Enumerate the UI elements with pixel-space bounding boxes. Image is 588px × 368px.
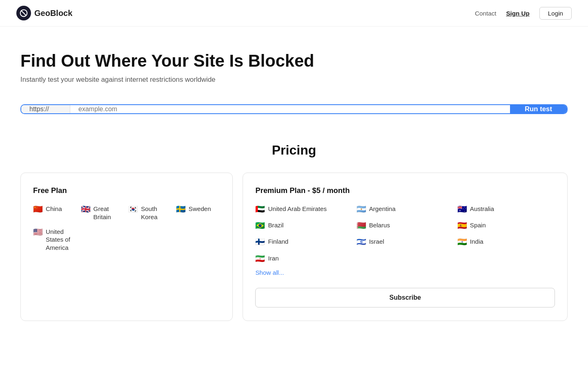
country-name: Argentina (369, 205, 396, 213)
flag-icon: 🇰🇷 (128, 205, 138, 213)
list-item: 🇺🇸United States of America (33, 228, 78, 252)
navbar: GeoBlock Contact Sign Up Login (0, 0, 588, 27)
svg-line-1 (21, 11, 26, 16)
flag-icon: 🇮🇷 (255, 255, 265, 263)
flag-icon: 🇦🇪 (255, 205, 265, 213)
premium-plan-card: Premium Plan - $5 / month 🇦🇪United Arab … (243, 173, 568, 321)
country-name: Finland (268, 238, 288, 246)
flag-icon: 🇺🇸 (33, 228, 43, 236)
flag-icon: 🇬🇧 (81, 205, 91, 213)
hero-title: Find Out Where Your Site Is Blocked (20, 51, 568, 71)
nav-links: Contact Sign Up Login (475, 7, 572, 20)
country-name: India (470, 238, 483, 246)
logo[interactable]: GeoBlock (16, 6, 72, 20)
country-name: China (46, 205, 62, 213)
country-name: Sweden (189, 205, 211, 213)
list-item: 🇨🇳China (33, 205, 78, 221)
flag-icon: 🇧🇾 (356, 222, 366, 229)
flag-icon: 🇸🇪 (176, 205, 186, 213)
list-item: 🇪🇸Spain (457, 221, 555, 229)
free-plan-title: Free Plan (33, 186, 220, 195)
premium-plan-title: Premium Plan - $5 / month (255, 186, 555, 195)
search-section: https:// Run test (0, 96, 588, 135)
pricing-cards: Free Plan 🇨🇳China🇬🇧Great Britain🇰🇷South … (20, 173, 568, 321)
list-item: 🇮🇷Iran (255, 254, 353, 263)
list-item: 🇦🇺Australia (457, 205, 555, 213)
list-item: 🇧🇷Brazil (255, 221, 353, 229)
list-item: 🇬🇧Great Britain (81, 205, 125, 221)
list-item: 🇫🇮Finland (255, 238, 353, 246)
flag-icon: 🇨🇳 (33, 205, 43, 213)
flag-icon: 🇧🇷 (255, 222, 265, 229)
url-prefix: https:// (21, 105, 70, 113)
logo-icon (16, 6, 31, 20)
list-item: 🇦🇪United Arab Emirates (255, 205, 353, 213)
list-item: 🇧🇾Belarus (356, 221, 454, 229)
country-name: United States of America (46, 228, 78, 252)
country-name: Israel (369, 238, 384, 246)
country-name: Spain (470, 221, 486, 229)
flag-icon: 🇫🇮 (255, 238, 265, 246)
list-item: 🇮🇳India (457, 238, 555, 246)
signup-button[interactable]: Sign Up (506, 10, 529, 17)
country-name: Great Britain (94, 205, 125, 221)
hero-section: Find Out Where Your Site Is Blocked Inst… (0, 27, 588, 96)
subscribe-button[interactable]: Subscribe (255, 288, 555, 307)
country-name: Australia (470, 205, 494, 213)
flag-icon: 🇪🇸 (457, 222, 467, 229)
flag-icon: 🇦🇺 (457, 205, 467, 213)
free-plan-card: Free Plan 🇨🇳China🇬🇧Great Britain🇰🇷South … (20, 173, 233, 321)
premium-country-list: 🇦🇪United Arab Emirates🇦🇷Argentina🇦🇺Austr… (255, 205, 555, 263)
search-input[interactable] (70, 105, 510, 113)
list-item: 🇮🇱Israel (356, 238, 454, 246)
contact-link[interactable]: Contact (475, 10, 496, 17)
list-item: 🇦🇷Argentina (356, 205, 454, 213)
flag-icon: 🇮🇳 (457, 238, 467, 246)
country-name: United Arab Emirates (268, 205, 327, 213)
search-bar: https:// Run test (20, 104, 568, 114)
run-test-button[interactable]: Run test (510, 105, 567, 113)
logo-text: GeoBlock (34, 9, 72, 18)
show-all-button[interactable]: Show all... (255, 269, 284, 276)
flag-icon: 🇦🇷 (356, 205, 366, 213)
list-item: 🇸🇪Sweden (176, 205, 220, 221)
country-name: Belarus (369, 221, 390, 229)
list-item: 🇰🇷South Korea (128, 205, 173, 221)
pricing-section: Pricing Free Plan 🇨🇳China🇬🇧Great Britain… (0, 135, 588, 346)
country-name: Brazil (268, 221, 283, 229)
pricing-title: Pricing (20, 143, 568, 158)
login-button[interactable]: Login (539, 7, 572, 20)
hero-subtitle: Instantly test your website against inte… (20, 76, 568, 84)
free-country-list: 🇨🇳China🇬🇧Great Britain🇰🇷South Korea🇸🇪Swe… (33, 205, 220, 252)
flag-icon: 🇮🇱 (356, 238, 366, 246)
country-name: Iran (268, 254, 278, 263)
country-name: South Korea (141, 205, 173, 221)
